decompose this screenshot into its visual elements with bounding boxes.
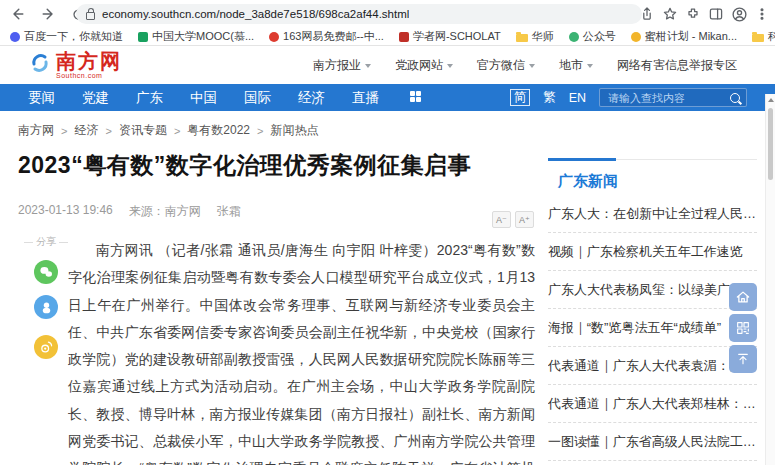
qq-icon [39, 300, 54, 315]
sidebar-news-item[interactable]: 视频｜广东检察机关五年工作速览 [548, 233, 757, 271]
article-author: 张霜 [217, 203, 241, 220]
article-title: 2023“粤有数”数字化治理优秀案例征集启事 [18, 150, 538, 181]
nav-item-guangdong[interactable]: 广东 [136, 89, 163, 107]
back-to-top-button[interactable] [729, 345, 757, 373]
share-icon[interactable] [639, 6, 655, 22]
sidebar-news-item[interactable]: 广东人大：在创新中让全过程人民民主焕发… [548, 195, 757, 233]
side-panel-icon[interactable] [708, 6, 724, 22]
folder-icon [752, 34, 764, 42]
search-input[interactable] [606, 91, 730, 105]
breadcrumb-separator: > [257, 125, 263, 137]
nav-item-dangjian[interactable]: 党建 [82, 89, 109, 107]
article-body: 南方网讯 （记者/张霜 通讯员/唐海生 向宇阳 叶梓雯）2023“粤有数”数字化… [68, 237, 535, 465]
nav-right-tools: 简 繁 EN [510, 84, 747, 111]
bookmark-folder-huashi[interactable]: 华师 [516, 29, 554, 44]
gzh-favicon-icon [569, 32, 579, 42]
lang-simplified-button[interactable]: 简 [510, 89, 531, 106]
header-link-wechat[interactable]: 官方微信 [477, 57, 535, 74]
breadcrumb-separator: > [174, 125, 180, 137]
search-box[interactable] [599, 88, 747, 107]
breadcrumb-yueyoushu[interactable]: 粤有数2022 [187, 122, 250, 139]
lang-english-button[interactable]: EN [569, 91, 586, 105]
bookmark-label: 科研 [768, 29, 775, 44]
bookmark-label: 公众号 [583, 29, 616, 44]
bookmark-label: 蜜柑计划 - Mikan... [645, 29, 737, 44]
qrcode-button[interactable] [729, 314, 757, 342]
breadcrumb-home[interactable]: 南方网 [18, 122, 54, 139]
sidebar-news-item[interactable]: 代表通道｜广东人大代表袁湄：打造地域… [548, 347, 757, 385]
share-label: 分享 [24, 235, 68, 249]
nav-item-guoji[interactable]: 国际 [244, 89, 271, 107]
site-logo[interactable]: 南方网 Southcn.com [28, 51, 122, 79]
browser-action-icons [639, 0, 769, 28]
extensions-icon[interactable] [685, 6, 701, 22]
mikan-favicon-icon [631, 32, 641, 42]
nav-item-zhongguo[interactable]: 中国 [190, 89, 217, 107]
nav-item-zhibo[interactable]: 直播 [352, 89, 379, 107]
bookmark-mooc[interactable]: 中国大学MOOC(慕... [138, 29, 254, 44]
bookmark-gongzhonghao[interactable]: 公众号 [569, 29, 616, 44]
share-weibo-button[interactable] [34, 335, 58, 359]
lang-traditional-button[interactable]: 繁 [543, 89, 556, 106]
bookmark-star-icon[interactable] [662, 6, 678, 22]
sidebar-news-item[interactable]: 代表通道｜广东省人大代表刘红梅：“乙类… [548, 461, 757, 465]
sidebar-title[interactable]: 广东新闻 [548, 172, 757, 191]
lock-icon [86, 12, 95, 20]
font-smaller-button[interactable]: A⁻ [492, 211, 511, 228]
bookmark-baidu[interactable]: 百度一下，你就知道 [10, 29, 123, 44]
qrcode-icon [735, 320, 751, 336]
profile-avatar-icon[interactable] [731, 6, 748, 23]
nav-item-yaowen[interactable]: 要闻 [28, 89, 55, 107]
sidebar-news-list: 广东人大：在创新中让全过程人民民主焕发… 视频｜广东检察机关五年工作速览 广东人… [548, 195, 757, 465]
back-button[interactable] [6, 2, 30, 26]
breadcrumb-topics[interactable]: 资讯专题 [119, 122, 167, 139]
site-logo-text: 南方网 [56, 51, 122, 71]
font-larger-button[interactable]: A⁺ [515, 211, 534, 228]
share-rail: 分享 [24, 235, 68, 359]
scroll-up-arrow-icon[interactable] [768, 98, 774, 102]
header-link-label: 南方报业 [313, 57, 361, 74]
sidebar-header: 广东新闻 [548, 159, 757, 191]
header-links: 南方报业 党政网站 官方微信 地市 网络有害信息举报专区 [313, 57, 737, 74]
menu-kebab-icon[interactable] [755, 7, 769, 21]
page-content: 南方网 Southcn.com 南方报业 党政网站 官方微信 地市 网络有害信息… [0, 47, 775, 465]
bookmark-folder-keyan[interactable]: 科研 [752, 29, 775, 44]
search-icon[interactable] [730, 93, 740, 103]
header-link-label: 网络有害信息举报专区 [617, 57, 737, 74]
sidebar-news-item[interactable]: 一图读懂｜广东省高级人民法院工作报告 [548, 423, 757, 461]
sidebar-news-item[interactable]: 广东人大代表杨凤玺：以绿美广东为引领 [548, 271, 757, 309]
more-channels-grid-icon[interactable] [410, 91, 421, 102]
breadcrumb-news-hot[interactable]: 新闻热点 [270, 122, 318, 139]
site-header: 南方网 Southcn.com 南方报业 党政网站 官方微信 地市 网络有害信息… [0, 47, 765, 84]
home-icon [734, 288, 752, 306]
nav-item-jingji[interactable]: 经济 [298, 89, 325, 107]
mail163-favicon-icon [269, 32, 279, 42]
bookmark-scholat[interactable]: 学者网-SCHOLAT [399, 29, 501, 44]
bookmark-label: 中国大学MOOC(慕... [152, 29, 254, 44]
chevron-down-icon [365, 64, 371, 68]
chevron-down-icon [587, 64, 593, 68]
breadcrumb-separator: > [61, 125, 67, 137]
page-scrollbar[interactable] [765, 94, 775, 465]
address-bar[interactable]: economy.southcn.com/node_3a8de7e518/698c… [76, 4, 642, 24]
sidebar-news-item[interactable]: 海报｜“数”览粤法五年“成绩单” [548, 309, 757, 347]
header-link-gov-sites[interactable]: 党政网站 [395, 57, 453, 74]
home-button[interactable] [729, 283, 757, 311]
main-nav-items: 要闻 党建 广东 中国 国际 经济 直播 [0, 89, 421, 107]
header-link-cities[interactable]: 地市 [559, 57, 593, 74]
bookmark-163mail[interactable]: 163网易免费邮--中... [269, 29, 384, 44]
breadcrumb: 南方网 > 经济 > 资讯专题 > 粤有数2022 > 新闻热点 [18, 122, 318, 139]
header-link-label: 地市 [559, 57, 583, 74]
scrollbar-thumb[interactable] [768, 108, 773, 180]
header-link-media-group[interactable]: 南方报业 [313, 57, 371, 74]
sidebar-news-item[interactable]: 代表通道｜广东人大代表郑桂林：激活农村… [548, 385, 757, 423]
bookmark-label: 百度一下，你就知道 [24, 29, 123, 44]
share-wechat-button[interactable] [34, 260, 58, 284]
share-qq-button[interactable] [34, 295, 58, 319]
chevron-down-icon [529, 64, 535, 68]
url-text[interactable]: economy.southcn.com/node_3a8de7e518/698c… [102, 8, 409, 20]
bookmark-mikan[interactable]: 蜜柑计划 - Mikan... [631, 29, 737, 44]
header-link-report[interactable]: 网络有害信息举报专区 [617, 57, 737, 74]
forward-button[interactable] [36, 2, 60, 26]
breadcrumb-economy[interactable]: 经济 [74, 122, 98, 139]
